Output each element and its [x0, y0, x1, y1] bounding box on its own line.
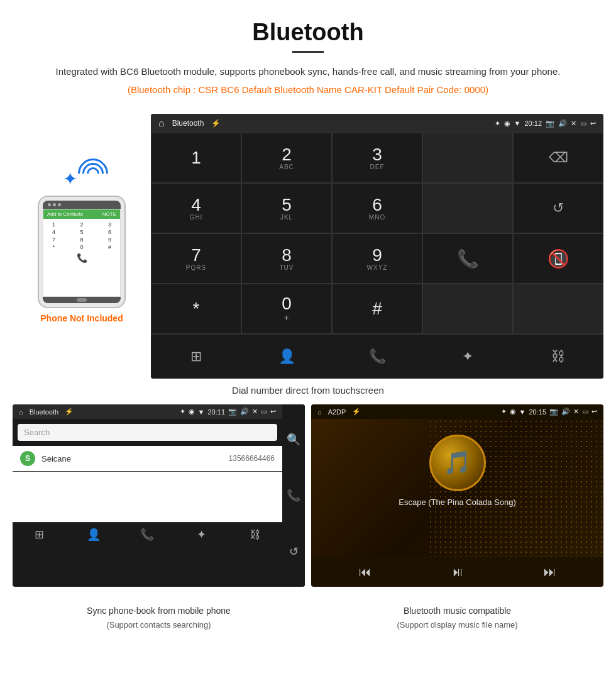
page-title: Bluetooth [38, 19, 578, 46]
music-song-title: Escape (The Pina Colada Song) [399, 497, 515, 507]
back-icon[interactable]: ↩ [590, 119, 596, 128]
pb-bt: ✦ [180, 408, 185, 416]
pb-back[interactable]: ↩ [270, 408, 276, 416]
dial-empty-1 [422, 133, 513, 183]
dial-key-3[interactable]: 3 DEF [332, 133, 422, 183]
pb-toolbar-bt[interactable]: ✦ [174, 528, 228, 541]
status-left: ⌂ Bluetooth ⚡ [158, 118, 221, 129]
dial-key-1[interactable]: 1 [151, 133, 241, 183]
dial-key-hash[interactable]: # [332, 284, 422, 334]
car-dial-screen: ⌂ Bluetooth ⚡ ✦ ◉ ▼ 20:12 📷 🔊 ✕ ▭ ↩ 1 [151, 114, 603, 379]
refresh-side-icon[interactable]: ↺ [289, 545, 299, 558]
pb-toolbar-link[interactable]: ⛓ [228, 528, 282, 541]
dial-empty-3 [422, 284, 513, 334]
dial-key-2[interactable]: 2 ABC [241, 133, 332, 183]
dial-key-5[interactable]: 5 JKL [241, 183, 332, 233]
signal-icon: ▼ [514, 119, 521, 127]
phone-not-included-label: Phone Not Included [40, 313, 123, 323]
search-side-icon[interactable]: 🔍 [287, 433, 300, 447]
contact-list-empty [13, 472, 282, 522]
music-cam: 📷 [549, 408, 558, 416]
dial-key-9[interactable]: 9 WXYZ [332, 233, 422, 284]
phone-screen-btn: NOTE [102, 211, 116, 217]
phone-dot-1 [48, 203, 51, 206]
dial-key-0[interactable]: 0 + [241, 284, 332, 334]
home-icon[interactable]: ⌂ [158, 118, 165, 129]
dial-status-bar: ⌂ Bluetooth ⚡ ✦ ◉ ▼ 20:12 📷 🔊 ✕ ▭ ↩ [151, 114, 603, 133]
screen-icon: ▭ [580, 119, 586, 128]
toolbar-link[interactable]: ⛓ [513, 341, 603, 372]
dial-refresh[interactable]: ↺ [513, 183, 603, 233]
page-header: Bluetooth Integrated with BC6 Bluetooth … [0, 0, 616, 114]
bluetooth-signal: ✦ [57, 152, 107, 189]
tech-specs: (Bluetooth chip : CSR BC6 Default Blueto… [38, 84, 578, 95]
dial-call-green[interactable]: 📞 [422, 233, 513, 284]
toolbar-grid[interactable]: ⊞ [151, 341, 241, 372]
phone-dot-2 [53, 203, 56, 206]
dial-backspace[interactable]: ⌫ [513, 133, 603, 183]
dial-caption: Dial number direct from touchscreen [0, 379, 616, 404]
music-caption-item: Bluetooth music compatible (Support disp… [311, 599, 603, 630]
toolbar-bluetooth[interactable]: ✦ [422, 341, 513, 372]
music-column: ⌂ A2DP ⚡ ✦ ◉ ▼ 20:15 📷 🔊 ✕ ▭ ↩ [311, 404, 603, 587]
music-next[interactable]: ⏭ [544, 565, 556, 579]
music-a2dp-label: A2DP [328, 408, 346, 416]
status-right: ✦ ◉ ▼ 20:12 📷 🔊 ✕ ▭ ↩ [495, 119, 596, 128]
music-bg: 🎵 Escape (The Pina Colada Song) [311, 419, 603, 557]
dial-key-7[interactable]: 7 PQRS [151, 233, 241, 284]
pb-toolbar-person[interactable]: 👤 [67, 528, 121, 541]
phonebook-status-bar: ⌂ Bluetooth ⚡ ✦ ◉ ▼ 20:11 📷 🔊 ✕ ▭ ↩ [13, 404, 282, 419]
contact-row[interactable]: S Seicane 13566664466 [13, 446, 282, 472]
music-home-icon[interactable]: ⌂ [317, 408, 322, 416]
music-prev[interactable]: ⏮ [359, 565, 371, 579]
contact-number: 13566664466 [229, 454, 275, 463]
pb-toolbar-grid[interactable]: ⊞ [13, 528, 67, 541]
phone-screen-header: Add to Contacts NOTE [43, 209, 120, 219]
phonebook-panel: ⌂ Bluetooth ⚡ ✦ ◉ ▼ 20:11 📷 🔊 ✕ ▭ ↩ [13, 404, 305, 587]
music-back[interactable]: ↩ [591, 408, 597, 416]
pb-sig: ▼ [198, 408, 205, 416]
pb-cam: 📷 [228, 408, 237, 416]
bottom-panels: ⌂ Bluetooth ⚡ ✦ ◉ ▼ 20:11 📷 🔊 ✕ ▭ ↩ [0, 404, 616, 599]
bottom-captions: Sync phone-book from mobile phone (Suppo… [0, 599, 616, 636]
music-vol: 🔊 [561, 408, 570, 416]
music-controls: ⏮ ⏯ ⏭ [311, 557, 603, 587]
dial-grid: 1 2 ABC 3 DEF ⌫ 4 GHI 5 JKL [151, 133, 603, 334]
music-play-pause[interactable]: ⏯ [451, 565, 464, 579]
bluetooth-label: Bluetooth [172, 119, 204, 128]
car-toolbar: ⊞ 👤 📞 ✦ ⛓ [151, 334, 603, 379]
phonebook-main: ⌂ Bluetooth ⚡ ✦ ◉ ▼ 20:11 📷 🔊 ✕ ▭ ↩ [13, 404, 282, 587]
phone-bottom [43, 297, 121, 303]
title-divider [292, 51, 324, 53]
call-side-icon[interactable]: 📞 [287, 489, 300, 503]
music-close[interactable]: ✕ [573, 408, 579, 416]
usb-icon: ⚡ [211, 119, 221, 128]
pb-toolbar-phone[interactable]: 📞 [121, 528, 175, 541]
pb-vol: 🔊 [240, 408, 249, 416]
music-time: 20:15 [529, 408, 546, 416]
phonebook-caption-item: Sync phone-book from mobile phone (Suppo… [13, 599, 305, 630]
phone-screen: Add to Contacts NOTE 123 456 789 *0# [43, 209, 121, 297]
signal-arc-3 [72, 152, 114, 195]
pb-home-icon[interactable]: ⌂ [19, 408, 23, 416]
search-bar[interactable]: Search [18, 424, 277, 441]
music-panel: ⌂ A2DP ⚡ ✦ ◉ ▼ 20:15 📷 🔊 ✕ ▭ ↩ [311, 404, 603, 587]
contact-avatar: S [20, 451, 35, 466]
phone-home-button [77, 298, 87, 302]
location-icon: ◉ [504, 119, 510, 128]
toolbar-phone[interactable]: 📞 [332, 341, 422, 372]
dial-key-6[interactable]: 6 MNO [332, 183, 422, 233]
dial-key-8[interactable]: 8 TUV [241, 233, 332, 284]
dial-key-star[interactable]: * [151, 284, 241, 334]
dial-key-4[interactable]: 4 GHI [151, 183, 241, 233]
phone-top-bar [43, 201, 121, 209]
close-icon[interactable]: ✕ [571, 119, 576, 128]
toolbar-contacts[interactable]: 👤 [241, 341, 332, 372]
music-album-art: 🎵 [429, 435, 486, 491]
dial-call-red[interactable]: 📵 [513, 233, 603, 284]
phone-dialer-row-4: *0# [46, 244, 118, 250]
music-caption: Bluetooth music compatible [311, 599, 603, 620]
pb-close[interactable]: ✕ [252, 408, 258, 416]
phone-mockup: Add to Contacts NOTE 123 456 789 *0# [38, 196, 126, 308]
phone-dialer-row-2: 456 [46, 229, 118, 235]
